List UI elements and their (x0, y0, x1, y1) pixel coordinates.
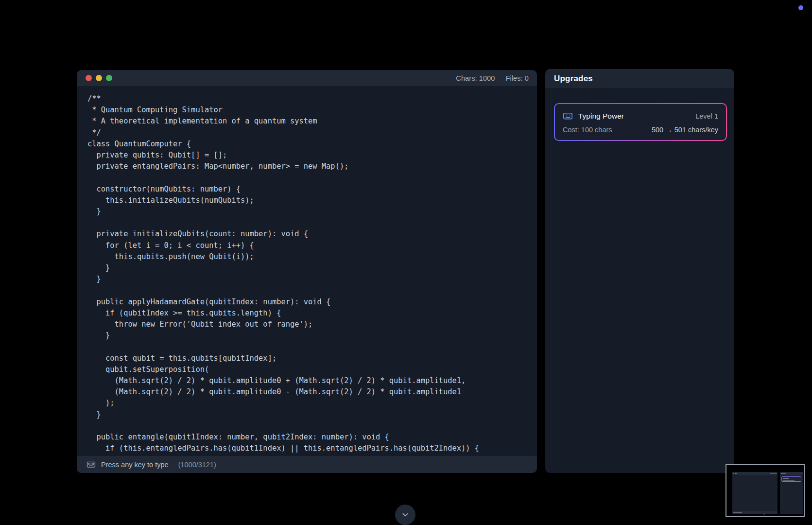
thumbnail-card-line (783, 478, 789, 479)
editor-window: Chars: 1000 Files: 0 /** * Quantum Compu… (77, 70, 537, 473)
screen: Chars: 1000 Files: 0 /** * Quantum Compu… (0, 0, 812, 525)
keyboard-icon (86, 460, 96, 469)
code-area[interactable]: /** * Quantum Computing Simulator * A th… (77, 86, 537, 456)
code-text: /** * Quantum Computing Simulator * A th… (87, 93, 532, 455)
thumbnail-status-text (733, 512, 742, 513)
window-controls (86, 75, 112, 81)
status-progress: (1000/3121) (178, 461, 216, 469)
thumbnail-upgrades-header (780, 472, 803, 475)
upgrade-card-detail-row: Cost: 100 chars 500 → 501 chars/key (563, 126, 718, 134)
scroll-down-button[interactable] (395, 505, 415, 525)
thumbnail-zoom-dot (736, 473, 737, 474)
editor-statusbar: Press any key to type (1000/3121) (77, 456, 537, 473)
upgrade-card-inner: Typing Power Level 1 Cost: 100 chars 500… (555, 104, 726, 140)
upgrade-effect: 500 → 501 chars/key (652, 126, 718, 134)
screen-thumbnail[interactable] (726, 464, 805, 517)
thumbnail-titlebar-stats (770, 473, 777, 474)
upgrades-panel: Upgrades Typing Power (545, 69, 734, 473)
upgrade-cost: Cost: 100 chars (563, 126, 612, 134)
upgrade-name: Typing Power (578, 112, 624, 121)
thumbnail-card-line (783, 480, 795, 481)
keyboard-icon (563, 111, 573, 121)
thumbnail-editor-statusbar (732, 511, 777, 514)
titlebar-stats: Chars: 1000 Files: 0 (456, 74, 529, 82)
zoom-button[interactable] (106, 75, 112, 81)
notification-dot (798, 5, 803, 10)
chevron-down-icon (400, 509, 411, 520)
upgrade-level: Level 1 (695, 112, 718, 120)
thumbnail-upgrades-panel (780, 472, 803, 514)
thumbnail-scroll-button (763, 513, 765, 515)
close-button[interactable] (86, 75, 92, 81)
thumbnail-close-dot (733, 473, 734, 474)
upgrade-card-title-row: Typing Power Level 1 (563, 111, 718, 121)
thumbnail-editor-window (732, 472, 777, 514)
thumbnail-upgrades-title (781, 473, 786, 474)
thumbnail-upgrade-card (781, 476, 801, 482)
upgrades-list: Typing Power Level 1 Cost: 100 chars 500… (545, 88, 734, 473)
thumbnail-minimize-dot (735, 473, 736, 474)
files-count: Files: 0 (505, 74, 529, 82)
chars-count: Chars: 1000 (456, 74, 495, 82)
editor-titlebar: Chars: 1000 Files: 0 (77, 70, 537, 86)
upgrades-header: Upgrades (545, 69, 734, 88)
thumbnail-editor-titlebar (732, 472, 777, 475)
minimize-button[interactable] (96, 75, 102, 81)
upgrades-title: Upgrades (554, 74, 593, 84)
upgrade-card-typing-power[interactable]: Typing Power Level 1 Cost: 100 chars 500… (554, 103, 727, 141)
status-prompt: Press any key to type (101, 461, 169, 469)
